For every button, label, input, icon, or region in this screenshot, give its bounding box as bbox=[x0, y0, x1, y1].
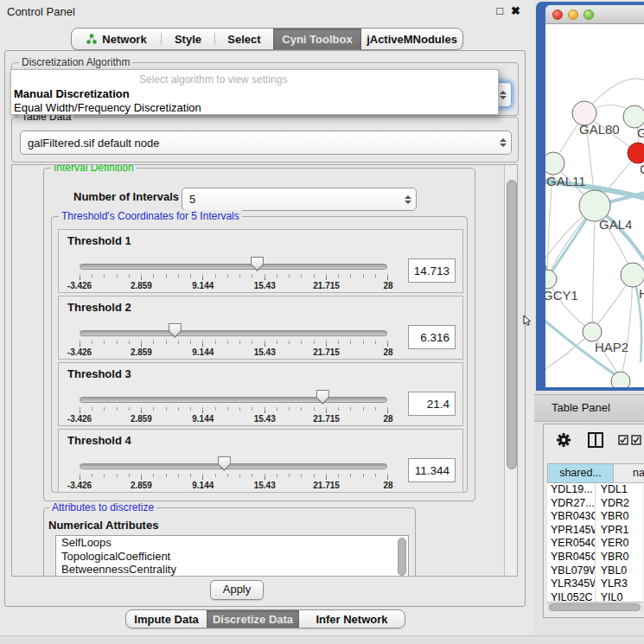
list-item[interactable]: BetweennessCentrality bbox=[56, 563, 408, 577]
checkbox-icon[interactable] bbox=[618, 435, 628, 445]
node-label: C bbox=[640, 162, 644, 176]
table-row[interactable]: YLR345WYLR3 bbox=[547, 577, 643, 591]
threshold-1-label: Threshold 1 bbox=[67, 234, 131, 247]
tab-infer-network[interactable]: Infer Network bbox=[299, 610, 405, 628]
tick-label: -3.426 bbox=[67, 414, 92, 424]
tick-label: 15.43 bbox=[254, 414, 276, 424]
table-panel-title: Table Panel bbox=[552, 401, 610, 414]
threshold-3-slider-track[interactable] bbox=[80, 397, 387, 403]
threshold-1-value-field[interactable]: 14.713 bbox=[408, 258, 456, 283]
list-item[interactable]: SelfLoops bbox=[56, 536, 408, 550]
threshold-1-slider-track[interactable] bbox=[80, 264, 387, 270]
tick-label: 2.859 bbox=[131, 281, 152, 290]
float-window-icon[interactable]: □ bbox=[496, 4, 503, 17]
network-canvas[interactable]: GAL80 GA C GAL11 GAL4 GCY1 H HAP2 bbox=[545, 24, 644, 387]
discretization-algorithm-group-title: Discretization Algorithm bbox=[19, 56, 132, 68]
slider-ticks bbox=[80, 407, 388, 414]
numerical-attributes-list: SelfLoops TopologicalCoefficient Between… bbox=[55, 535, 409, 577]
scrollbar-thumb[interactable] bbox=[507, 180, 517, 469]
node-gal11[interactable] bbox=[545, 152, 564, 175]
node-label: HAP2 bbox=[595, 340, 628, 354]
thresholds-group-title: Threshold's Coordinates for 5 Intervals bbox=[59, 210, 242, 222]
threshold-4-value-field[interactable]: 11.344 bbox=[408, 458, 456, 482]
node-label: GCY1 bbox=[545, 288, 578, 303]
settings-scrollpane: Interval Definition Number of Intervals … bbox=[11, 164, 518, 577]
popup-hint: Select algorithm to view settings bbox=[11, 73, 498, 87]
table-row[interactable]: YBL079WYBL0 bbox=[547, 564, 643, 578]
network-window-titlebar[interactable] bbox=[545, 5, 644, 24]
zoom-traffic-light[interactable] bbox=[583, 10, 594, 20]
tick-label: 15.43 bbox=[254, 481, 276, 490]
control-panel-titlebar: Control Panel □ ✖ bbox=[0, 0, 534, 22]
tick-label: 28 bbox=[383, 414, 392, 424]
threshold-2-panel: Threshold 2 -3.426 2.859 9.144 15.43 21.… bbox=[58, 296, 463, 360]
tab-style[interactable]: Style bbox=[162, 29, 214, 49]
gear-icon[interactable] bbox=[556, 432, 571, 448]
network-graph: GAL80 GA C GAL11 GAL4 GCY1 H HAP2 bbox=[545, 24, 644, 387]
tick-label: 21.715 bbox=[313, 348, 340, 357]
split-columns-icon[interactable] bbox=[587, 431, 604, 449]
table-row[interactable]: YDR27...YDR2 bbox=[547, 497, 643, 511]
node-hap2[interactable] bbox=[583, 322, 602, 341]
table-data-group: Table Data galFiltered.sif default node bbox=[11, 117, 519, 163]
list-scrollbar[interactable] bbox=[398, 538, 406, 576]
threshold-3-value-field[interactable]: 21.4 bbox=[408, 392, 456, 416]
tab-network[interactable]: Network bbox=[72, 29, 161, 49]
close-icon[interactable]: ✖ bbox=[511, 4, 520, 17]
tick-label: 21.715 bbox=[313, 481, 340, 490]
node-label: GA bbox=[637, 125, 644, 140]
scrollbar-thumb[interactable] bbox=[549, 603, 641, 611]
tab-infer-network-label: Infer Network bbox=[316, 613, 387, 626]
table-row[interactable]: YER054CYER0 bbox=[547, 537, 643, 551]
attributes-group-title: Attributes to discretize bbox=[49, 501, 156, 513]
tick-label: 28 bbox=[383, 348, 392, 357]
attributes-group: Attributes to discretize Numerical Attri… bbox=[43, 507, 416, 577]
thresholds-group: Threshold's Coordinates for 5 Intervals … bbox=[51, 216, 468, 493]
node-h[interactable] bbox=[621, 263, 644, 287]
table-body: YDL19...YDL1 YDR27...YDR2 YBR043CYBR0 YP… bbox=[547, 483, 643, 604]
threshold-4-label: Threshold 4 bbox=[67, 434, 131, 447]
scrollbar-track[interactable] bbox=[504, 165, 518, 576]
tab-discretize-data[interactable]: Discretize Data bbox=[207, 610, 299, 628]
tick-label: 21.715 bbox=[313, 281, 340, 290]
threshold-4-panel: Threshold 4 -3.426 2.859 9.144 15.43 21.… bbox=[58, 429, 463, 493]
horizontal-scrollbar[interactable] bbox=[547, 602, 643, 611]
tab-impute-data[interactable]: Impute Data bbox=[126, 610, 207, 628]
tick-label: -3.426 bbox=[67, 481, 92, 490]
network-view-window: GAL80 GA C GAL11 GAL4 GCY1 H HAP2 bbox=[536, 2, 644, 391]
apply-button[interactable]: Apply bbox=[210, 580, 264, 600]
node-bottom-partial[interactable] bbox=[611, 372, 630, 387]
popup-option-manual-discretization[interactable]: Manual Discretization bbox=[11, 87, 498, 101]
table-data-combobox[interactable]: galFiltered.sif default node bbox=[20, 131, 512, 155]
number-of-intervals-combobox[interactable]: 5 bbox=[182, 188, 417, 211]
tab-network-label: Network bbox=[102, 33, 146, 46]
interval-definition-group-title: Interval Definition bbox=[51, 164, 137, 174]
tab-cyni-toolbox[interactable]: Cyni Toolbox bbox=[273, 29, 361, 49]
checkbox-icon[interactable] bbox=[631, 435, 641, 445]
tick-label: 9.144 bbox=[192, 348, 214, 357]
node-red-selected[interactable] bbox=[628, 143, 644, 163]
column-header-shared-name[interactable]: shared... bbox=[547, 463, 614, 483]
panel-title: Control Panel bbox=[7, 5, 75, 18]
minimize-traffic-light[interactable] bbox=[568, 10, 578, 20]
bottom-divider bbox=[0, 635, 644, 644]
node-gcy1[interactable] bbox=[545, 270, 557, 289]
threshold-2-value-field[interactable]: 6.316 bbox=[408, 325, 456, 349]
column-header-name[interactable]: na bbox=[613, 463, 644, 483]
table-row[interactable]: YPR145WYPR1 bbox=[547, 524, 643, 538]
table-row[interactable]: YBR045CYBR0 bbox=[547, 551, 643, 564]
tab-select[interactable]: Select bbox=[215, 29, 273, 49]
threshold-2-slider-track[interactable] bbox=[80, 330, 387, 336]
tick-label: 9.144 bbox=[192, 281, 214, 290]
popup-option-equal-width-frequency[interactable]: Equal Width/Frequency Discretization bbox=[11, 101, 498, 115]
tick-label: 28 bbox=[383, 281, 392, 290]
node-label: H bbox=[639, 286, 644, 301]
table-row[interactable]: YBR043CYBR0 bbox=[547, 510, 643, 524]
table-row[interactable]: YDL19...YDL1 bbox=[547, 483, 643, 497]
close-traffic-light[interactable] bbox=[552, 10, 563, 20]
table-panel: shared... na YDL19...YDL1 YDR27...YDR2 Y… bbox=[543, 424, 644, 618]
threshold-4-slider-track[interactable] bbox=[80, 463, 387, 469]
tab-jactivemnodules[interactable]: jActiveMNodules bbox=[361, 29, 462, 49]
tab-cyni-toolbox-label: Cyni Toolbox bbox=[282, 33, 352, 46]
list-item[interactable]: TopologicalCoefficient bbox=[56, 550, 408, 564]
